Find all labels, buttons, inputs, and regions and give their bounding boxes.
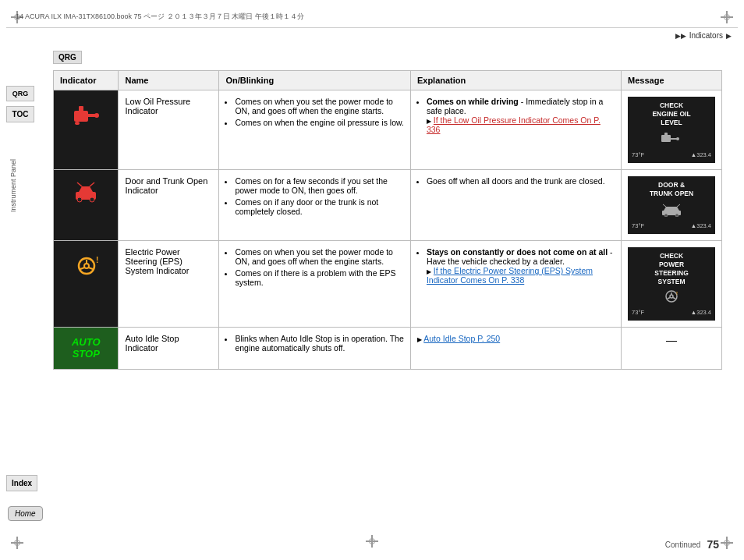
svg-point-9 [90, 197, 94, 202]
door-trunk-icon [69, 176, 102, 209]
arrow-icon: ▶▶ [675, 32, 686, 40]
sidebar-tab-index[interactable]: Index [6, 475, 37, 491]
svg-point-8 [77, 197, 82, 202]
link-arrow-icon: ▶ [417, 336, 422, 343]
list-item: Comes on if there is a problem with the … [235, 268, 404, 287]
link-low-oil-indicator[interactable]: If the Low Oil Pressure Indicator Comes … [427, 115, 601, 134]
on-blinking-eps: Comes on when you set the power mode to … [219, 241, 411, 328]
indicator-name-low-oil: Low Oil Pressure Indicator [119, 90, 219, 170]
indicator-name-auto-stop: Auto Idle Stop Indicator [119, 328, 219, 370]
svg-point-18 [84, 264, 89, 268]
col-header-name: Name [119, 71, 219, 90]
svg-line-26 [668, 298, 670, 299]
explanation-auto-stop: ▶ Auto Idle Stop P. 250 [410, 328, 621, 370]
svg-line-27 [673, 298, 675, 299]
table-row: AUTOSTOP Auto Idle Stop Indicator Blinks… [54, 328, 722, 370]
msg-title-low-oil: CHECKENGINE OILLEVEL [632, 101, 711, 127]
indicator-icon-eps: ! [54, 241, 119, 328]
bottom-center-mark [366, 535, 378, 548]
svg-point-13 [664, 214, 668, 217]
file-info: 14 ACURA ILX IMA-31TX86100.book 75 ページ ２… [16, 12, 304, 22]
sidebar-tab-toc[interactable]: TOC [6, 106, 34, 122]
home-button[interactable]: Home [8, 506, 43, 521]
page-footer: Continued 75 [665, 538, 719, 551]
msg-status-eps: 73°F▲323.4 [632, 309, 711, 316]
indicator-icon-low-oil [54, 90, 119, 170]
explanation-door: Goes off when all doors and the trunk ar… [410, 170, 621, 241]
on-blinking-low-oil: Comes on when you set the power mode to … [219, 90, 411, 170]
corner-mark-bl [11, 537, 23, 549]
msg-icon-door [632, 201, 711, 220]
list-item: Blinks when Auto Idle Stop is in operati… [235, 334, 404, 353]
indicator-name-eps: Electric Power Steering (EPS) System Ind… [119, 241, 219, 328]
toc-label: TOC [12, 110, 29, 119]
msg-status-door: 73°F▲323.4 [632, 222, 711, 229]
svg-rect-1 [79, 106, 83, 112]
svg-line-11 [90, 183, 94, 186]
svg-text:!: ! [676, 291, 678, 296]
indicator-name-door: Door and Trunk Open Indicator [119, 170, 219, 241]
svg-line-15 [663, 204, 666, 207]
list-item: Comes on for a few seconds if you set th… [235, 176, 404, 195]
corner-mark-br [721, 537, 733, 549]
col-header-on-blinking: On/Blinking [219, 71, 411, 90]
svg-rect-5 [664, 133, 668, 136]
svg-point-14 [675, 214, 678, 217]
link-auto-idle-stop[interactable]: Auto Idle Stop P. 250 [423, 334, 500, 343]
explanation-low-oil: Comes on while driving - Immediately sto… [410, 90, 621, 170]
page-header: 14 ACURA ILX IMA-31TX86100.book 75 ページ ２… [6, 6, 738, 28]
col-header-indicator: Indicator [54, 71, 119, 90]
list-item: Comes on while driving - Immediately sto… [427, 97, 615, 134]
continued-label: Continued [665, 541, 701, 549]
arrow-right-icon: ▶ [726, 32, 732, 40]
msg-icon-eps: ! [632, 289, 711, 307]
list-item: Comes on when you set the power mode to … [235, 247, 404, 266]
oil-pressure-icon [69, 97, 102, 129]
indicator-icon-door [54, 170, 119, 241]
list-item: Comes on when the engine oil pressure is… [235, 118, 404, 127]
indicator-table: Indicator Name On/Blinking Explanation M… [53, 70, 722, 370]
link-arrow-icon: ▶ [427, 268, 431, 275]
message-door: DOOR &TRUNK OPEN [622, 170, 722, 241]
table-row: Door and Trunk Open Indicator Comes on f… [54, 170, 722, 241]
msg-title-door: DOOR &TRUNK OPEN [632, 181, 711, 198]
on-blinking-door: Comes on for a few seconds if you set th… [219, 170, 411, 241]
qrg-badge: QRG [53, 51, 82, 64]
sidebar-vertical-label: Instrument Panel [6, 156, 20, 215]
svg-line-10 [77, 183, 82, 186]
indicator-icon-auto-stop: AUTOSTOP [54, 328, 119, 370]
sidebar-tab-qrg[interactable]: QRG [6, 86, 34, 101]
msg-title-eps: CHECKPOWERSTEERINGSYSTEM [632, 252, 711, 286]
eps-icon: ! [69, 250, 102, 283]
main-content: QRG Indicator Name On/Blinking Explanati… [53, 51, 722, 529]
svg-line-20 [80, 268, 85, 269]
auto-stop-icon-text: AUTOSTOP [62, 337, 110, 360]
message-auto-stop: — [622, 328, 722, 370]
message-eps: CHECKPOWERSTEERINGSYSTEM ! [622, 241, 722, 328]
svg-point-24 [670, 295, 673, 298]
msg-icon-low-oil [632, 130, 711, 149]
page-number: 75 [707, 538, 719, 551]
col-header-message: Message [622, 71, 722, 90]
svg-point-6 [676, 137, 679, 140]
svg-point-2 [94, 113, 99, 118]
list-item: Comes on if any door or the trunk is not… [235, 197, 404, 216]
list-item: Goes off when all doors and the trunk ar… [427, 176, 615, 186]
message-low-oil: CHECKENGINE OILLEVEL [622, 90, 722, 170]
col-header-explanation: Explanation [410, 71, 621, 90]
chapter-header: ▶▶ Indicators ▶ [669, 28, 738, 43]
list-item: Comes on when you set the power mode to … [235, 97, 404, 115]
chapter-title: Indicators [689, 31, 723, 40]
svg-text:!: ! [96, 256, 98, 264]
svg-line-21 [89, 268, 94, 269]
link-icon: ▶ [427, 118, 431, 125]
list-item: Stays on constantly or does not come on … [427, 247, 615, 285]
table-row: ! Electric Power Steering (EPS) System I… [54, 241, 722, 328]
msg-status-low-oil: 73°F▲323.4 [632, 151, 711, 158]
explanation-eps: Stays on constantly or does not come on … [410, 241, 621, 328]
svg-rect-0 [74, 111, 88, 122]
on-blinking-auto-stop: Blinks when Auto Idle Stop is in operati… [219, 328, 411, 370]
table-row: Low Oil Pressure Indicator Comes on when… [54, 90, 722, 170]
link-eps-indicator[interactable]: If the Electric Power Steering (EPS) Sys… [427, 266, 593, 285]
svg-point-3 [75, 122, 80, 125]
